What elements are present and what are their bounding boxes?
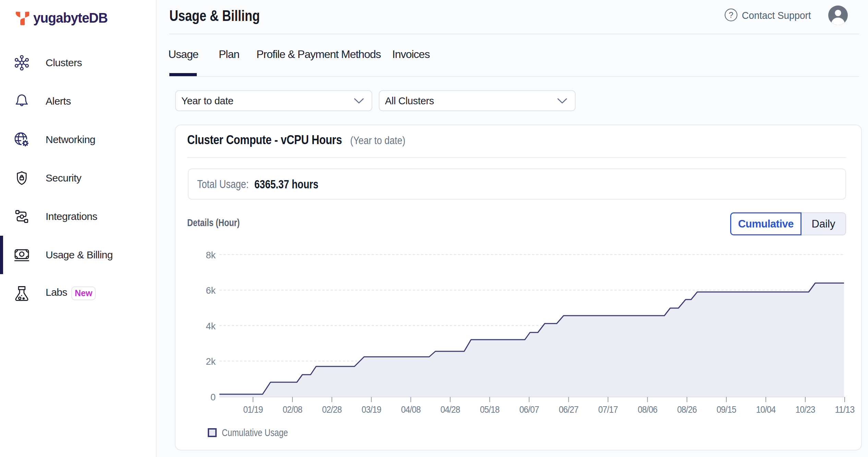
svg-text:10/04: 10/04: [756, 404, 775, 415]
svg-text:01/19: 01/19: [243, 404, 263, 415]
svg-text:04/28: 04/28: [441, 404, 460, 415]
svg-text:2k: 2k: [206, 356, 216, 367]
svg-text:4k: 4k: [206, 321, 216, 331]
svg-text:06/07: 06/07: [519, 404, 539, 415]
svg-text:Cumulative Usage: Cumulative Usage: [222, 427, 288, 438]
svg-text:0: 0: [210, 392, 216, 402]
svg-text:07/17: 07/17: [598, 404, 618, 415]
svg-text:10/23: 10/23: [796, 404, 815, 415]
svg-text:02/08: 02/08: [283, 404, 302, 415]
svg-text:6k: 6k: [206, 285, 216, 296]
svg-text:03/19: 03/19: [362, 404, 381, 415]
svg-text:09/15: 09/15: [716, 404, 736, 415]
svg-text:04/08: 04/08: [401, 404, 421, 415]
svg-text:06/27: 06/27: [559, 404, 578, 415]
svg-text:08/06: 08/06: [638, 404, 657, 415]
svg-text:08/26: 08/26: [677, 404, 697, 415]
svg-text:05/18: 05/18: [480, 404, 499, 415]
svg-text:02/28: 02/28: [322, 404, 342, 415]
svg-text:11/13: 11/13: [835, 404, 855, 415]
svg-text:8k: 8k: [206, 250, 216, 260]
